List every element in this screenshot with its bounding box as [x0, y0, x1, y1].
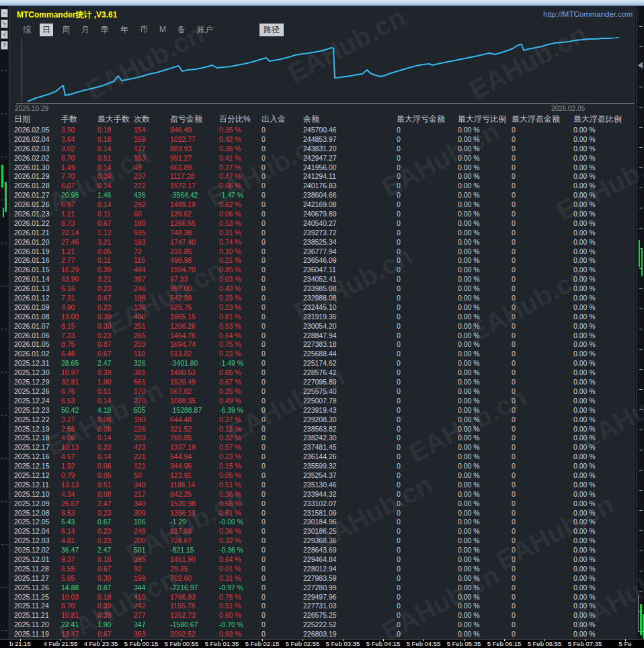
table-row[interactable]: 2025.11.2110.810.392771352.730.60 %02265…	[9, 611, 635, 620]
table-row[interactable]: 2026.01.1516.290.394841994.700.85 %02360…	[9, 266, 635, 275]
table-row[interactable]: 2025.12.0926.672.473401520.980.66 %02331…	[9, 499, 635, 509]
table-row[interactable]: 2026.01.2122.141.12595748.380.31 %023927…	[9, 229, 635, 238]
table-cell: 2025.12.16	[14, 452, 61, 462]
table-row[interactable]: 2025.12.2350.424.18505-15288.87-6.39 %02…	[9, 406, 635, 415]
table-row[interactable]: 2025.11.1913.470.673532092.520.93 %02268…	[9, 630, 635, 639]
column-header[interactable]: 最大浮亏比例	[458, 112, 512, 126]
table-row[interactable]: 2025.12.3128.652.47326-3401.80-1.49 %022…	[9, 359, 635, 368]
column-header[interactable]: 最大浮盈金额	[512, 112, 573, 126]
table-row[interactable]: 2025.12.046.140.23248817.890.36 %0230186…	[9, 527, 635, 536]
column-header[interactable]: 盈亏金额	[170, 112, 219, 126]
table-row[interactable]: 2025.12.1113.130.513491186.140.51 %02351…	[9, 481, 635, 490]
table-cell: 0.00 %	[573, 462, 635, 471]
table-row[interactable]: 2025.12.184.060.14203760.850.32 %0238242…	[9, 434, 635, 443]
path-button[interactable]: 路径	[259, 24, 284, 36]
table-row[interactable]: 2025.11.286.550.679229.350.01 %0228012.9…	[9, 565, 635, 574]
table-cell: 0.00 %	[458, 462, 512, 471]
table-row[interactable]: 2026.01.2720.981.46436-3564.42-1.47 %023…	[9, 191, 635, 200]
tab-综[interactable]: 综	[20, 24, 34, 36]
column-header[interactable]: 日期	[14, 112, 61, 126]
table-row[interactable]: 2026.01.297.700.392371117.280.47 %024129…	[9, 172, 635, 181]
check-icon[interactable]: √	[1, 30, 8, 39]
table-row[interactable]: 2025.12.266.760.51170567.620.25 %0225575…	[9, 387, 635, 397]
grid-dash	[1, 544, 3, 544]
table-row[interactable]: 2025.12.104.340.08217842.250.36 %0233944…	[9, 490, 635, 499]
column-header[interactable]: 余额	[303, 112, 397, 126]
table-row[interactable]: 2026.01.0813.000.394001865.150.81 %02319…	[9, 313, 635, 322]
table-row[interactable]: 2026.01.2027.463.211931747.400.74 %02385…	[9, 238, 635, 247]
column-header[interactable]: 次数	[134, 112, 170, 126]
table-cell: 2026.01.14	[14, 275, 61, 284]
tab-季[interactable]: 季	[98, 24, 112, 36]
table-cell: 0	[512, 602, 573, 611]
column-header[interactable]: 出入金	[261, 112, 303, 126]
table-row[interactable]: 2026.01.162.770.11115498.980.21 %0236546…	[9, 256, 635, 266]
table-cell: 326	[134, 359, 170, 368]
column-header[interactable]: 最大浮亏金额	[397, 112, 458, 126]
column-header[interactable]: 最大浮盈比例	[573, 112, 635, 126]
tab-M[interactable]: M	[157, 24, 169, 35]
table-row[interactable]: 2026.01.026.480.67110513.820.23 %0225688…	[9, 350, 635, 359]
table-row[interactable]: 2026.01.078.150.302511206.260.53 %023005…	[9, 322, 635, 331]
table-row[interactable]: 2025.11.275.650.30199702.600.31 %0227983…	[9, 574, 635, 583]
column-header[interactable]: 手数	[61, 112, 97, 126]
equity-chart	[9, 37, 635, 104]
table-row[interactable]: 2025.12.034.810.23200724.670.32 %0229368…	[9, 536, 635, 546]
table-row[interactable]: 2025.12.1710.130.234231337.190.57 %02374…	[9, 443, 635, 452]
table-row[interactable]: 2025.12.055.430.67106-1.29-0.00 %0230184…	[9, 518, 635, 527]
column-header[interactable]: 百分比%	[219, 112, 261, 126]
table-row[interactable]: 2026.02.026.700.51163991.270.41 %0242947…	[9, 154, 635, 163]
tab-日[interactable]: 日	[40, 24, 53, 36]
table-row[interactable]: 2026.01.301.490.1449661.890.27 %0241956.…	[9, 163, 635, 173]
table-row[interactable]: 2025.11.2510.030.184101766.930.78 %02294…	[9, 593, 635, 602]
scale-dash	[639, 188, 643, 188]
table-row[interactable]: 2025.11.248.700.392421155.780.51 %022773…	[9, 602, 635, 611]
table-row[interactable]: 2025.12.0236.472.47501-821.15-0.36 %0228…	[9, 546, 635, 555]
table-row[interactable]: 2026.02.053.500.18154846.490.35 %0245700…	[9, 126, 635, 135]
table-cell: 2025.12.09	[14, 499, 61, 509]
table-row[interactable]: 2025.12.088.530.233091396.130.61 %023158…	[9, 509, 635, 518]
table-row[interactable]: 2025.12.2932.811.905611520.490.67 %02270…	[9, 378, 635, 387]
table-row[interactable]: 2026.01.266.970.142921489.190.62 %024216…	[9, 200, 635, 210]
table-row[interactable]: 2026.01.228.730.671801266.550.53 %024054…	[9, 219, 635, 229]
table-row[interactable]: 2025.12.192.550.08126321.520.13 %0238563…	[9, 425, 635, 434]
table-row[interactable]: 2025.12.3010.970.393811480.530.65 %02285…	[9, 368, 635, 378]
tab-账户[interactable]: 账户	[194, 24, 216, 36]
table-row[interactable]: 2025.12.246.530.142701088.350.49 %022500…	[9, 397, 635, 406]
table-row[interactable]: 2025.12.151.920.06121344.950.15 %0235599…	[9, 462, 635, 471]
panel-url-link[interactable]: http://MTCommander.com	[543, 10, 633, 18]
table-row[interactable]: 2025.11.2022.411.90347-1580.67-0.70 %022…	[9, 620, 635, 630]
table-cell: 0.87	[97, 340, 134, 350]
table-row[interactable]: 2026.01.094.900.23136525.750.23 %0232445…	[9, 303, 635, 313]
table-row[interactable]: 2025.12.120.790.0550123.910.05 %0235254.…	[9, 471, 635, 481]
table-row[interactable]: 2025.12.164.570.14221544.940.23 %0236144…	[9, 452, 635, 462]
tab-备[interactable]: 备	[175, 24, 188, 36]
table-row[interactable]: 2026.01.1443.903.2138767.330.03 %0234052…	[9, 275, 635, 284]
tab-月[interactable]: 月	[79, 24, 92, 36]
column-header[interactable]: 最大手数	[97, 112, 134, 126]
table-cell: 0.00 %	[458, 126, 512, 135]
table-row[interactable]: 2026.02.033.020.14127883.930.36 %0243831…	[9, 145, 635, 154]
table-cell: 0	[397, 434, 458, 443]
tab-周[interactable]: 周	[59, 24, 73, 36]
tab-币[interactable]: 币	[137, 24, 151, 36]
table-row[interactable]: 2025.12.223.270.06190644.480.27 %0239208…	[9, 415, 635, 425]
table-cell: 0.36 %	[219, 527, 261, 536]
table-row[interactable]: 2026.01.231.210.1160139.620.06 %0240679.…	[9, 210, 635, 219]
table-row[interactable]: 2026.01.286.070.142721572.170.66 %024017…	[9, 181, 635, 191]
table-row[interactable]: 2026.01.191.210.0572231.850.10 %0236777.…	[9, 247, 635, 257]
help-icon[interactable]: ?	[1, 41, 8, 50]
table-row[interactable]: 2026.01.127.310.67188542.980.23 %0232988…	[9, 294, 635, 303]
table-row[interactable]: 2025.12.019.370.183951451.900.64 %022946…	[9, 555, 635, 565]
table-row[interactable]: 2026.01.136.160.23246997.000.43 %0233985…	[9, 284, 635, 294]
table-row[interactable]: 2026.02.043.640.181591022.770.42 %024485…	[9, 135, 635, 145]
table-row[interactable]: 2026.01.058.750.872031694.740.75 %022738…	[9, 340, 635, 350]
table-cell: 0	[397, 340, 458, 350]
table-cell: 0	[261, 443, 303, 452]
table-cell: 0	[397, 219, 458, 229]
tab-年[interactable]: 年	[118, 24, 131, 36]
table-row[interactable]: 2025.11.2614.880.87344-2216.97-0.97 %022…	[9, 583, 635, 593]
indicator-icon[interactable]: ϟ	[1, 19, 8, 28]
minimize-icon[interactable]: −	[1, 9, 8, 17]
table-row[interactable]: 2026.01.067.230.232651464.760.64 %022884…	[9, 331, 635, 341]
